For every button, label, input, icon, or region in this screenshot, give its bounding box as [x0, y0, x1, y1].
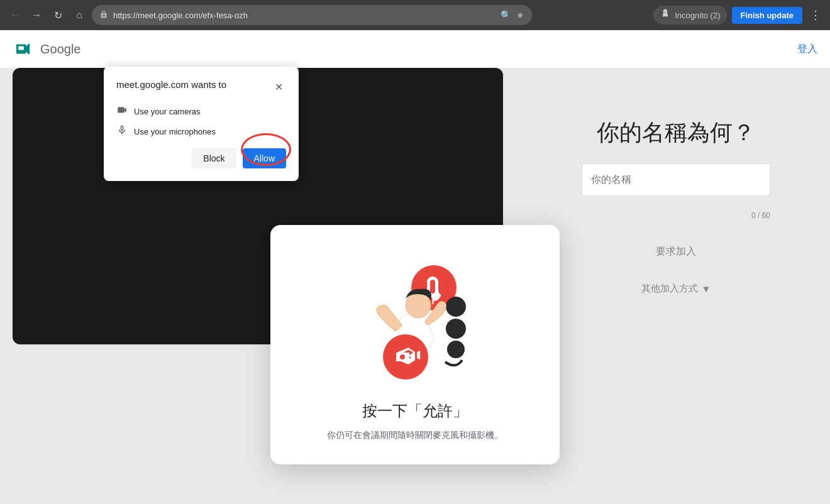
svg-point-4 [446, 319, 466, 339]
meet-header: Google 登入 [0, 30, 830, 68]
allow-button[interactable]: Allow [243, 148, 286, 168]
home-button[interactable]: ⌂ [70, 6, 88, 24]
popup-close-button[interactable]: ✕ [271, 79, 286, 94]
char-count: 0 / 60 [582, 211, 770, 220]
camera-permission-item: Use your cameras [116, 104, 286, 118]
microphone-icon [116, 124, 128, 138]
svg-point-5 [447, 341, 465, 358]
lock-icon [99, 10, 108, 21]
signin-button[interactable]: 登入 [797, 43, 817, 56]
address-icons: 🔍 ★ [501, 10, 524, 20]
modal-illustration [346, 250, 484, 388]
modal-description: 你仍可在會議期間隨時關閉麥克風和攝影機。 [327, 429, 503, 442]
modal-title: 按一下「允許」 [362, 401, 468, 421]
incognito-icon [660, 8, 671, 22]
other-ways-button[interactable]: 其他加入方式 ▼ [641, 283, 711, 295]
svg-point-3 [446, 297, 466, 317]
incognito-badge: Incognito (2) [653, 6, 726, 25]
mic-permission-item: Use your microphones [116, 124, 286, 138]
block-button[interactable]: Block [192, 148, 236, 168]
permission-popup: meet.google.com wants to ✕ Use your came… [104, 67, 299, 181]
popup-title: meet.google.com wants to [116, 79, 226, 90]
address-bar[interactable]: https://meet.google.com/efx-fesa-ozh 🔍 ★ [92, 5, 532, 25]
google-meet-logo: Google [13, 38, 81, 60]
finish-update-button[interactable]: Finish update [732, 7, 803, 24]
join-title: 你的名稱為何？ [597, 118, 755, 148]
chevron-down-icon: ▼ [702, 283, 711, 294]
page-content: Google 登入 你的名稱為何？ 0 / 60 要求加入 其他加入方式 ▼ m… [0, 30, 830, 504]
name-input[interactable] [582, 163, 770, 196]
right-panel: 你的名稱為何？ 0 / 60 要求加入 其他加入方式 ▼ [534, 68, 817, 344]
back-button[interactable]: ← [6, 6, 24, 24]
ask-join-button[interactable]: 要求加入 [582, 235, 770, 268]
browser-chrome: ← → ↻ ⌂ https://meet.google.com/efx-fesa… [0, 0, 830, 30]
meet-logo-icon [13, 38, 35, 60]
allow-illustration [346, 250, 484, 388]
center-modal: 按一下「允許」 你仍可在會議期間隨時關閉麥克風和攝影機。 [270, 225, 560, 464]
camera-label: Use your cameras [134, 107, 200, 116]
reload-button[interactable]: ↻ [49, 6, 67, 24]
browser-menu-button[interactable]: ⋮ [807, 6, 824, 25]
camera-icon [116, 104, 128, 118]
popup-header: meet.google.com wants to ✕ [116, 79, 286, 94]
google-label: Google [40, 42, 81, 57]
browser-right: Incognito (2) Finish update ⋮ [653, 6, 824, 25]
forward-button[interactable]: → [28, 6, 45, 24]
star-icon[interactable]: ★ [516, 10, 524, 20]
popup-actions: Block Allow [116, 148, 286, 168]
svg-point-9 [400, 354, 405, 359]
search-icon: 🔍 [501, 10, 511, 20]
incognito-label: Incognito (2) [675, 11, 720, 20]
other-ways-label: 其他加入方式 [641, 283, 698, 295]
svg-point-7 [406, 293, 431, 318]
url-text: https://meet.google.com/efx-fesa-ozh [113, 11, 495, 20]
svg-rect-1 [18, 47, 24, 50]
mic-label: Use your microphones [134, 127, 216, 136]
